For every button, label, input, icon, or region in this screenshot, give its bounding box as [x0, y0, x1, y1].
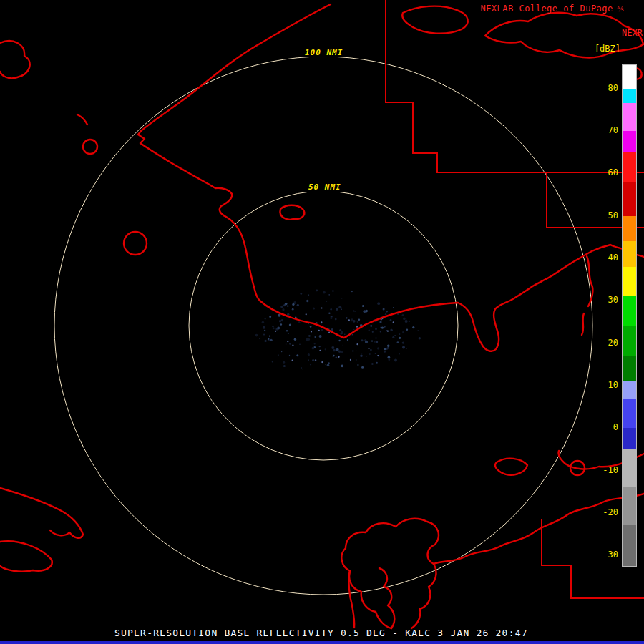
echo-dot [325, 348, 326, 350]
echo-dot [326, 301, 327, 301]
echo-dot-bright [328, 332, 330, 333]
echo-dot [262, 321, 265, 324]
radar-echo-cluster [255, 290, 421, 370]
colorbar-tick-label: 0 [587, 421, 618, 433]
echo-dot [394, 335, 396, 336]
echo-dot [356, 359, 357, 361]
echo-dot [300, 293, 302, 295]
echo-dot [399, 337, 401, 339]
echo-dot-bright [318, 330, 320, 331]
echo-dot [278, 314, 280, 317]
echo-dot [419, 337, 421, 339]
echo-dot [328, 313, 330, 314]
zone-boundary-northeast [386, 0, 644, 228]
brand-logo-icon: ⅍ [617, 4, 624, 14]
footer-bar [0, 641, 644, 644]
echo-dot [289, 343, 291, 345]
echo-dot [297, 304, 299, 306]
colorbar-segment [623, 267, 636, 297]
echo-dot [406, 319, 406, 320]
echo-dot [313, 308, 315, 310]
echo-dot [366, 356, 367, 356]
echo-dot [278, 354, 279, 356]
echo-dot [371, 363, 374, 365]
echo-dot [357, 321, 358, 323]
colorbar-segment [623, 487, 636, 525]
echo-dot [402, 341, 404, 343]
echo-dot [268, 338, 269, 340]
reflectivity-colorbar [622, 64, 637, 567]
echo-dot [344, 334, 345, 335]
echo-dot [374, 341, 375, 342]
echo-dot [406, 329, 408, 331]
echo-dot [338, 340, 340, 341]
echo-dot [292, 303, 294, 306]
echo-dot [376, 362, 378, 364]
colorbar-segment [623, 449, 636, 487]
colorbar-segment [623, 152, 636, 182]
echo-dot [394, 359, 397, 362]
echo-dot [412, 326, 414, 328]
mark-west [77, 114, 87, 125]
echo-dot [332, 290, 334, 292]
echo-dot [283, 365, 286, 367]
echo-dot [406, 348, 406, 349]
echo-dot [313, 341, 313, 341]
echo-dot [286, 330, 288, 332]
lagoon-complex [341, 519, 439, 628]
colorbar-tick-label: -10 [587, 464, 618, 476]
echo-dot [351, 291, 353, 292]
lagoon-east-branch [411, 564, 436, 628]
colorbar-tick-label: 80 [587, 82, 618, 94]
echo-dot [264, 330, 265, 331]
echo-dot-bright [393, 321, 394, 323]
lagoon-inner-lines [379, 568, 394, 628]
echo-dot [331, 328, 333, 331]
colorbar-segment [623, 65, 636, 89]
echo-dot [332, 356, 333, 357]
brand-text: NEXLAB-College of DuPage⅍ [480, 4, 624, 14]
echo-dot [336, 357, 338, 359]
echo-dot-bright [319, 350, 321, 351]
echo-dot [272, 326, 273, 327]
echo-dot [339, 329, 341, 331]
echo-dot [371, 341, 373, 342]
echo-dot [381, 326, 384, 328]
colorbar-tick-label: 20 [587, 337, 618, 348]
echo-dot [272, 361, 273, 363]
echo-dot-bright [315, 359, 316, 361]
echo-dot [330, 317, 332, 319]
colorbar-tick-label: 40 [587, 252, 618, 263]
lake-circle-small [83, 140, 97, 154]
echo-dot-bright [306, 313, 307, 315]
echo-dot-bright [287, 341, 288, 342]
colorbar-tick-label: 10 [587, 379, 618, 391]
echo-dot [310, 364, 311, 366]
echo-dot [294, 338, 296, 341]
echo-dot [390, 329, 392, 331]
echo-dot [306, 338, 308, 341]
echo-dot-bright [368, 348, 369, 349]
echo-dot [263, 326, 265, 329]
colorbar-segment [623, 525, 636, 565]
colorbar-segment [623, 326, 636, 356]
echo-dot [353, 310, 354, 311]
colorbar-segment [623, 399, 636, 429]
echo-dot [308, 359, 309, 361]
echo-dot [357, 364, 358, 366]
echo-dot [392, 336, 394, 338]
echo-dot-bright [387, 331, 389, 332]
echo-dot-bright [311, 331, 312, 332]
island-west [0, 41, 30, 78]
colorbar-title: NEXR [622, 28, 643, 38]
echo-dot [386, 311, 388, 313]
echo-dot [399, 333, 401, 335]
coastline-boundary-lines [0, 4, 644, 628]
coast-southwest [0, 488, 83, 538]
echo-dot [403, 318, 406, 321]
echo-dot [341, 298, 342, 298]
echo-dot [269, 316, 271, 318]
echo-dot [341, 331, 343, 333]
echo-dot [270, 339, 273, 341]
echo-dot [385, 313, 386, 315]
